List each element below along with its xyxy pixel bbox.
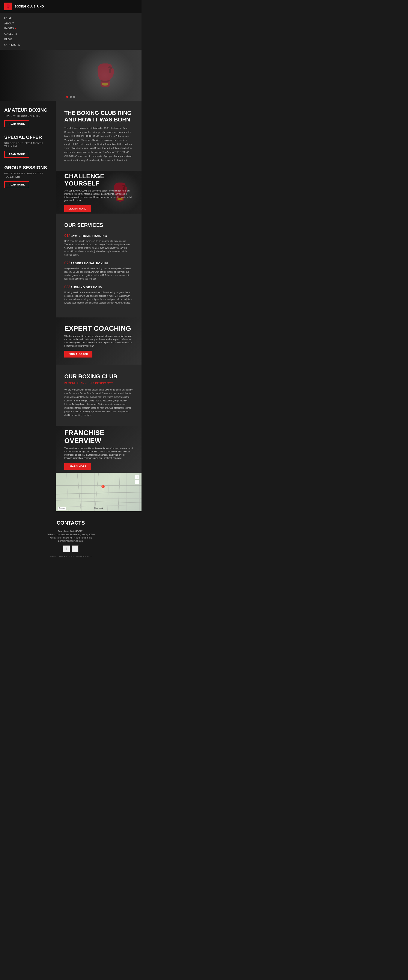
contacts-email: E-mail: info@dem.club.org <box>4 540 137 542</box>
svg-line-2 <box>56 501 142 503</box>
facebook-button[interactable]: f <box>63 546 70 552</box>
svg-line-6 <box>56 505 142 507</box>
twitter-icon: t <box>75 547 75 550</box>
amateur-boxing-title: AMATEUR BOXING <box>4 108 51 113</box>
service-2-number: 02/ <box>64 261 70 266</box>
chevron-down-icon: ▾ <box>15 27 16 30</box>
sidebar: AMATEUR BOXING TRAIN WITH OUR EXPERTS RE… <box>0 101 56 511</box>
nav-item-gallery[interactable]: GALLERY <box>4 31 137 37</box>
location-pin-icon: 📍 <box>99 485 107 492</box>
contacts-title: CONTACTS <box>4 520 137 526</box>
navigation: HOME ABOUT PAGES ▾ GALLERY BLOG CONTACTS <box>0 13 142 50</box>
logo-icon: 🥊 <box>4 3 12 10</box>
service-3-desc: Running sessions are an essential part o… <box>64 291 133 305</box>
contacts-hours: Hours: 6am-4pm (M) M-Th 5pm-3pm (Fri-Fr) <box>4 536 137 539</box>
google-label: Google <box>58 506 66 510</box>
contacts-footer: CONTACTS Free phone: 800-345-6789 Addres… <box>0 511 142 562</box>
franchise-title: FRANCHISE OVERVIEW <box>64 429 133 445</box>
coaching-section: EXPERT COACHING Whether you want to perf… <box>56 317 142 364</box>
about-title: THE BOXING CLUB RING AND HOW IT WAS BORN <box>64 110 133 123</box>
carousel-dot-1[interactable] <box>66 96 69 98</box>
club-body: We are founded with a belief that in a s… <box>64 388 133 417</box>
carousel-dot-3[interactable] <box>73 96 75 98</box>
sidebar-special-offer: SPECIAL OFFER $10 OFF YOUR FIRST MONTH T… <box>4 135 51 158</box>
main-content: THE BOXING CLUB RING AND HOW IT WAS BORN… <box>56 101 142 511</box>
services-section: OUR SERVICES 01/ GYM & HOME TRAINING Don… <box>56 213 142 317</box>
special-offer-subtitle: $10 OFF YOUR FIRST MONTH TRAINING <box>4 142 51 148</box>
nav-item-home[interactable]: HOME <box>4 15 137 21</box>
special-offer-readmore-button[interactable]: READ MORE <box>4 151 29 158</box>
club-subtitle: IS MORE THAN JUST A BOXING GYM <box>64 382 133 385</box>
service-item-1: 01/ GYM & HOME TRAINING Don't have the t… <box>64 234 133 257</box>
service-3-number: 03/ <box>64 285 70 290</box>
franchise-body: The franchise is responsible for the rec… <box>64 447 133 460</box>
find-a-coach-button[interactable]: FIND A COACH <box>64 351 92 358</box>
coaching-title: EXPERT COACHING <box>64 325 133 332</box>
map-controls: + − <box>135 475 139 484</box>
challenge-title: CHALLENGE YOURSELF <box>64 172 133 187</box>
amateur-boxing-readmore-button[interactable]: READ MORE <box>4 120 29 127</box>
service-2-title: PROFESSIONAL BOXING <box>70 262 108 265</box>
services-title: OUR SERVICES <box>64 222 133 228</box>
sidebar-amateur-boxing: AMATEUR BOXING TRAIN WITH OUR EXPERTS RE… <box>4 108 51 127</box>
sidebar-group-sessions: GROUP SESSIONS GET STRONGER AND BETTER. … <box>4 165 51 188</box>
club-title: OUR BOXING CLUB <box>64 373 133 380</box>
challenge-section: 🥊 CHALLENGE YOURSELF Join our BOXING CLU… <box>56 171 142 213</box>
facebook-icon: f <box>66 547 67 550</box>
twitter-button[interactable]: t <box>72 546 78 552</box>
group-sessions-title: GROUP SESSIONS <box>4 165 51 170</box>
svg-line-8 <box>107 473 109 511</box>
map-city-label: New York <box>94 507 103 510</box>
special-offer-title: SPECIAL OFFER <box>4 135 51 140</box>
map-zoom-in-button[interactable]: + <box>135 475 139 479</box>
service-1-title: GYM & HOME TRAINING <box>70 234 107 237</box>
logo-text: BOXING CLUB RING <box>14 5 44 8</box>
svg-line-1 <box>56 492 142 494</box>
coaching-content: EXPERT COACHING Whether you want to perf… <box>64 325 133 358</box>
group-sessions-readmore-button[interactable]: READ MORE <box>4 181 29 188</box>
amateur-boxing-subtitle: TRAIN WITH OUR EXPERTS <box>4 115 51 118</box>
service-3-title: RUNNING SESSIONS <box>70 286 102 289</box>
challenge-learn-more-button[interactable]: LEARN MORE <box>64 205 91 212</box>
contacts-phone: Free phone: 800-345-6789 <box>4 530 137 533</box>
footer-copyright: BOXING CLUB RING © 2017 PRIVACY POLICY <box>4 555 137 558</box>
service-1-desc: Don't have the time to exercise? It's no… <box>64 240 133 257</box>
logo-glove: 🥊 <box>6 4 11 9</box>
about-section: THE BOXING CLUB RING AND HOW IT WAS BORN… <box>56 101 142 171</box>
svg-line-4 <box>94 473 99 511</box>
map-section: 📍 New York Google + − <box>56 473 142 511</box>
service-2-desc: Are you ready to step up into our boxing… <box>64 267 133 281</box>
nav-item-contacts[interactable]: CONTACTS <box>4 42 137 48</box>
nav-item-pages[interactable]: PAGES ▾ <box>4 26 137 31</box>
nav-item-blog[interactable]: BLOG <box>4 37 137 42</box>
map-roads-svg <box>56 473 142 511</box>
hero-carousel-dots <box>66 96 75 98</box>
club-section: OUR BOXING CLUB IS MORE THAN JUST A BOXI… <box>56 364 142 426</box>
service-1-number: 01/ <box>64 234 70 238</box>
franchise-content: FRANCHISE OVERVIEW The franchise is resp… <box>64 429 133 470</box>
nav-item-about[interactable]: ABOUT <box>4 21 137 26</box>
about-body: The club was originally established in 1… <box>64 126 133 162</box>
hero-boxer-image: 🥊 <box>75 50 135 101</box>
carousel-dot-2[interactable] <box>70 96 72 98</box>
group-sessions-subtitle: GET STRONGER AND BETTER. TOGETHER! <box>4 172 51 179</box>
challenge-body: Join our BOXING CLUB and become a part o… <box>64 189 133 202</box>
contact-info: Free phone: 800-345-6789 Address: 4291 M… <box>4 530 137 542</box>
service-item-3: 03/ RUNNING SESSIONS Running sessions ar… <box>64 285 133 305</box>
challenge-content: CHALLENGE YOURSELF Join our BOXING CLUB … <box>64 172 133 212</box>
svg-line-3 <box>77 473 81 511</box>
hero-section: 🥊 <box>0 50 142 101</box>
content-area: AMATEUR BOXING TRAIN WITH OUR EXPERTS RE… <box>0 101 142 511</box>
map-pin: 📍 <box>99 485 107 492</box>
service-item-2: 02/ PROFESSIONAL BOXING Are you ready to… <box>64 261 133 281</box>
contacts-address: Address: 4291 Marthas Road Glasgow City … <box>4 533 137 536</box>
header: 🥊 BOXING CLUB RING <box>0 0 142 13</box>
boxer-silhouette: 🥊 <box>92 63 119 88</box>
franchise-learn-more-button[interactable]: LEARN MORE <box>64 463 91 470</box>
social-links: f t <box>4 546 137 552</box>
map-zoom-out-button[interactable]: − <box>135 480 139 484</box>
coaching-body: Whether you want to perfect your boxing … <box>64 334 133 347</box>
franchise-section: FRANCHISE OVERVIEW The franchise is resp… <box>56 426 142 473</box>
svg-line-7 <box>67 473 69 511</box>
